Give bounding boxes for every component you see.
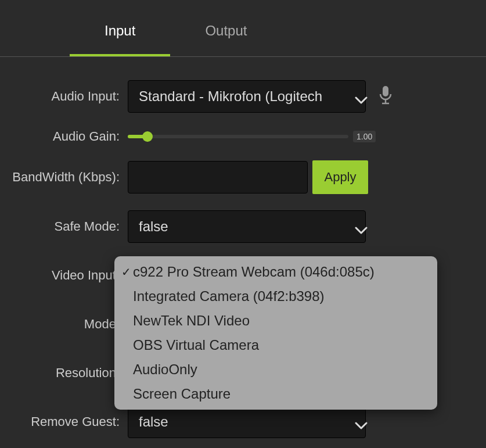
- row-audio-input: Audio Input: Standard - Mikrofon (Logite…: [12, 80, 474, 113]
- dropdown-option-label: c922 Pro Stream Webcam (046d:085c): [133, 261, 375, 282]
- bandwidth-input[interactable]: [128, 161, 308, 193]
- video-input-dropdown: ✓c922 Pro Stream Webcam (046d:085c) Inte…: [114, 256, 437, 410]
- remove-guest-label: Remove Guest:: [12, 414, 128, 429]
- dropdown-option[interactable]: OBS Virtual Camera: [114, 333, 437, 357]
- dropdown-option-label: Integrated Camera (04f2:b398): [133, 286, 325, 307]
- row-bandwidth: BandWidth (Kbps): Apply: [12, 160, 474, 194]
- row-remove-guest: Remove Guest: false: [12, 406, 474, 438]
- remove-guest-value: false: [139, 414, 349, 430]
- audio-gain-value: 1.00: [353, 131, 376, 142]
- dropdown-option-label: NewTek NDI Video: [133, 310, 250, 331]
- check-icon: ✓: [119, 263, 133, 281]
- tab-bar: Input Output: [0, 0, 486, 57]
- safe-mode-value: false: [139, 218, 349, 235]
- safe-mode-select[interactable]: false: [128, 210, 366, 243]
- bandwidth-label: BandWidth (Kbps):: [12, 170, 128, 185]
- microphone-icon: [377, 85, 394, 108]
- dropdown-option[interactable]: ✓c922 Pro Stream Webcam (046d:085c): [114, 260, 437, 284]
- slider-thumb[interactable]: [142, 131, 153, 142]
- dropdown-option[interactable]: Screen Capture: [114, 382, 437, 406]
- dropdown-option[interactable]: AudioOnly: [114, 357, 437, 382]
- svg-rect-0: [383, 86, 388, 96]
- row-audio-gain: Audio Gain: 1.00: [12, 129, 474, 144]
- dropdown-option-label: Screen Capture: [133, 384, 231, 404]
- mode-label: Mode:: [12, 317, 128, 332]
- tab-input[interactable]: Input: [70, 5, 170, 56]
- apply-button[interactable]: Apply: [312, 160, 368, 194]
- dropdown-option-label: AudioOnly: [133, 359, 197, 380]
- row-safe-mode: Safe Mode: false: [12, 210, 474, 243]
- video-input-label: Video Input:: [12, 268, 128, 283]
- audio-input-select[interactable]: Standard - Mikrofon (Logitech: [128, 80, 366, 113]
- audio-input-value: Standard - Mikrofon (Logitech: [139, 88, 349, 105]
- dropdown-option[interactable]: Integrated Camera (04f2:b398): [114, 284, 437, 309]
- resolution-label: Resolution:: [12, 365, 128, 381]
- tab-output[interactable]: Output: [170, 5, 282, 56]
- audio-gain-slider[interactable]: [128, 135, 348, 138]
- dropdown-option-label: OBS Virtual Camera: [133, 335, 259, 356]
- audio-gain-control: 1.00: [128, 131, 376, 142]
- safe-mode-label: Safe Mode:: [12, 219, 128, 234]
- remove-guest-select[interactable]: false: [128, 406, 366, 438]
- audio-input-label: Audio Input:: [12, 89, 128, 104]
- dropdown-option[interactable]: NewTek NDI Video: [114, 309, 437, 333]
- audio-gain-label: Audio Gain:: [12, 129, 128, 144]
